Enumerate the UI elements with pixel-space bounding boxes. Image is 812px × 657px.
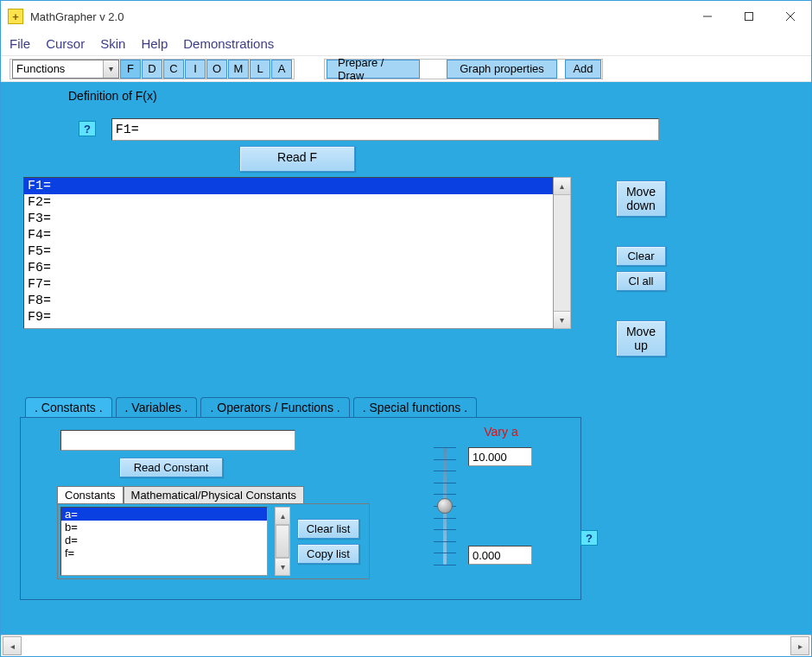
svg-rect-1 — [745, 13, 753, 21]
list-item[interactable]: a= — [61, 508, 267, 521]
list-item[interactable]: F8= — [24, 293, 553, 309]
scrollbar-thumb[interactable] — [276, 525, 289, 558]
tab-constants[interactable]: . Constants . — [25, 397, 112, 418]
prepare-draw-button[interactable]: Prepare / Draw — [327, 60, 420, 79]
help-icon[interactable]: ? — [580, 530, 598, 546]
list-item[interactable]: F2= — [24, 194, 553, 211]
list-item[interactable]: F5= — [24, 243, 553, 260]
move-up-button[interactable]: Move up — [616, 320, 666, 357]
menu-demonstrations[interactable]: Demonstrations — [183, 36, 274, 51]
list-item[interactable]: b= — [61, 521, 267, 534]
list-item[interactable]: F3= — [24, 211, 553, 227]
list-item[interactable]: F7= — [24, 276, 553, 293]
read-constant-button[interactable]: Read Constant — [119, 458, 223, 477]
constant-input[interactable] — [60, 430, 295, 451]
slider-thumb[interactable] — [437, 498, 453, 514]
tab-variables[interactable]: . Variables . — [116, 397, 198, 418]
minimize-button[interactable] — [687, 1, 728, 32]
read-f-button[interactable]: Read F — [239, 146, 355, 172]
close-button[interactable] — [770, 1, 811, 32]
constants-list[interactable]: a= b= d= f= — [60, 507, 268, 576]
scroll-left-icon[interactable]: ◂ — [3, 636, 22, 655]
constants-list-scrollbar[interactable]: ▴ ▾ — [275, 507, 290, 576]
move-down-button[interactable]: Move down — [616, 180, 666, 217]
mode-d-button[interactable]: D — [142, 60, 162, 79]
mode-a-button[interactable]: A — [271, 60, 292, 79]
mode-i-button[interactable]: I — [185, 60, 206, 79]
copy-list-button[interactable]: Copy list — [297, 544, 359, 564]
scroll-down-icon[interactable]: ▾ — [276, 558, 289, 575]
graph-properties-button[interactable]: Graph properties — [447, 60, 557, 79]
scroll-up-icon[interactable]: ▴ — [554, 178, 570, 195]
menu-skin[interactable]: Skin — [100, 36, 125, 51]
menu-cursor[interactable]: Cursor — [46, 36, 85, 51]
function-list-scrollbar[interactable]: ▴ ▾ — [554, 177, 571, 329]
scroll-right-icon[interactable]: ▸ — [790, 636, 809, 655]
list-item[interactable]: F6= — [24, 260, 553, 276]
clear-all-button[interactable]: Cl all — [616, 271, 666, 291]
vary-label: Vary a — [432, 425, 570, 439]
help-icon[interactable]: ? — [79, 121, 96, 136]
fx-input[interactable] — [111, 118, 659, 141]
function-list[interactable]: F1= F2= F3= F4= F5= F6= F7= F8= F9= — [23, 177, 554, 329]
subtab-math-physical[interactable]: Mathematical/Physical Constants — [124, 486, 304, 503]
vary-min-input[interactable] — [468, 546, 532, 565]
mode-o-button[interactable]: O — [206, 60, 227, 79]
definition-label: Definition of F(x) — [68, 89, 801, 103]
list-item[interactable]: f= — [61, 546, 267, 559]
mode-l-button[interactable]: L — [250, 60, 270, 79]
mode-m-button[interactable]: M — [228, 60, 249, 79]
tab-special-functions[interactable]: . Special functions . — [353, 397, 477, 418]
clear-button[interactable]: Clear — [616, 246, 666, 266]
list-item[interactable]: F9= — [24, 309, 553, 325]
vary-slider[interactable] — [432, 447, 458, 565]
maximize-button[interactable] — [728, 1, 770, 32]
menubar: File Cursor Skin Help Demonstrations — [1, 32, 811, 56]
clear-list-button[interactable]: Clear list — [297, 519, 359, 539]
list-item[interactable]: d= — [61, 534, 267, 546]
tab-operators[interactable]: . Operators / Functions . — [200, 397, 349, 418]
window-title: MathGrapher v 2.0 — [30, 10, 687, 23]
menu-help[interactable]: Help — [141, 36, 168, 51]
scroll-up-icon[interactable]: ▴ — [276, 508, 289, 525]
app-icon: + — [8, 9, 23, 24]
list-item[interactable]: F1= — [24, 178, 553, 194]
mode-c-button[interactable]: C — [163, 60, 184, 79]
add-button[interactable]: Add — [565, 60, 601, 79]
toolbar: Functions F D C I O M L A Prepare / Draw… — [1, 56, 811, 82]
subtab-constants[interactable]: Constants — [57, 486, 124, 503]
chevron-down-icon[interactable] — [103, 60, 118, 78]
mode-f-button[interactable]: F — [120, 60, 141, 79]
menu-file[interactable]: File — [10, 36, 30, 51]
list-item[interactable]: F4= — [24, 227, 553, 243]
functions-combo[interactable]: Functions — [12, 60, 119, 79]
scroll-down-icon[interactable]: ▾ — [554, 311, 570, 328]
vary-max-input[interactable] — [468, 447, 532, 466]
